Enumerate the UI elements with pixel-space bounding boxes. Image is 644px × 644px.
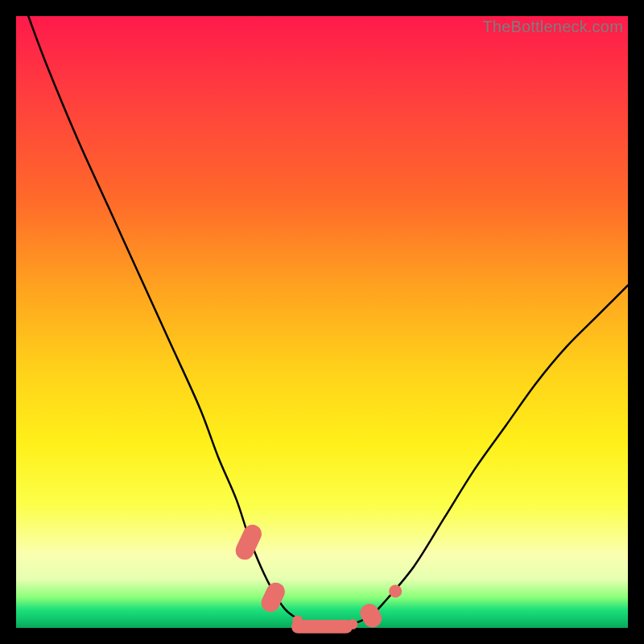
chart-frame: TheBottleneck.com — [16, 16, 628, 628]
curve-path-group — [28, 16, 628, 628]
curve-marker — [348, 619, 358, 630]
bottleneck-curve — [28, 16, 628, 628]
chart-svg — [16, 16, 628, 628]
curve-marker — [291, 620, 353, 634]
watermark-text: TheBottleneck.com — [482, 18, 623, 36]
curve-marker — [258, 580, 288, 615]
curve-marker — [389, 584, 402, 597]
curve-marker — [233, 522, 265, 563]
curve-markers — [233, 522, 402, 634]
